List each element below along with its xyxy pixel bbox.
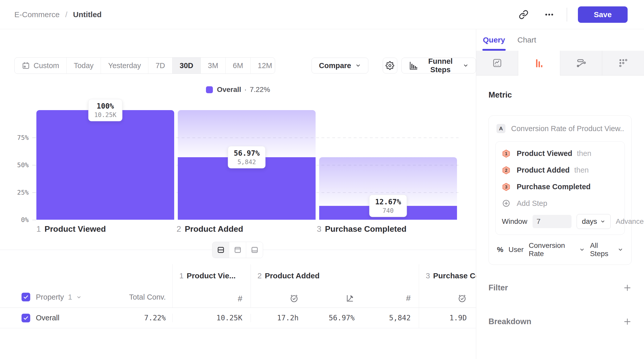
circle-plus-icon [502,199,511,208]
date-range-yesterday[interactable]: Yesterday [101,58,148,73]
row-name: Overall [36,314,59,322]
report-type-funnels-tab[interactable] [518,51,560,76]
column-step-3-title[interactable]: 3 Purchase Completed [419,271,476,280]
conversion-window-row: Window days Advanced [502,214,618,229]
report-type-tabs [476,51,644,76]
row-checkbox[interactable] [22,314,30,322]
date-range-6m[interactable]: 6M [226,58,251,73]
legend-series-value: 7.22% [250,86,270,94]
report-type-flows-tab[interactable] [560,51,602,76]
tab-chart[interactable]: Chart [517,29,536,51]
row-step-3-cell: 1.9D [419,308,476,328]
counting-entity[interactable]: User [508,246,524,254]
chevron-down-icon [76,295,81,300]
window-label: Window [502,217,527,226]
funnel-value-badge-2: 56.97%5,842 [228,146,265,168]
copy-link-button[interactable] [517,8,530,21]
y-axis-tick [32,192,36,193]
chart-settings-button[interactable] [383,58,397,73]
top-panel-view-icon [234,246,242,254]
svg-text:2: 2 [505,168,507,173]
count-metric-icon[interactable]: # [173,294,251,303]
compare-button[interactable]: Compare [311,58,368,73]
table-row-overall[interactable]: Overall 7.22% 10.25K 17.2h 56.97% 5,842 [0,308,476,328]
column-step-2-title[interactable]: 2 Product Added [251,271,419,280]
step-event-name: Product Added [517,166,570,174]
advanced-toggle[interactable]: Advanced [616,217,644,226]
step-1-count: 10.25K [216,314,251,322]
report-type-retention-tab[interactable] [602,51,644,76]
query-step-1[interactable]: 1 Product Viewed then [502,145,618,162]
table-header: Property 1 Total Conv. 1 Product Vie... [0,264,476,308]
layout-toggle-group [212,242,263,258]
step-name: Product Added [265,271,320,280]
add-step-button[interactable]: Add Step [502,195,618,212]
avg-time-to-convert-icon[interactable] [251,294,307,303]
layout-table-only-button[interactable] [246,242,263,258]
total-conversion-header[interactable]: Total Conv. [129,293,166,301]
layout-split-view-button[interactable] [212,242,229,258]
window-unit-select[interactable]: days [577,214,611,229]
count-metric-icon[interactable]: # [363,294,419,303]
layout-chart-only-button[interactable] [229,242,246,258]
table-header-property: Property 1 Total Conv. [0,264,172,308]
conversion-rate-icon[interactable] [307,294,363,303]
metric-card: A Conversion Rate of Product View... 1 P… [489,115,632,265]
step-index: 3 [426,271,430,280]
breadcrumb-report-title[interactable]: Untitled [73,10,102,19]
row-property-cell: Overall 7.22% [0,314,172,322]
query-panel-body: Metric A Conversion Rate of Product View… [476,90,644,326]
legend-label: Overall · 7.22% [217,86,270,94]
property-selector[interactable]: Property 1 [36,293,81,301]
report-type-insights-tab[interactable] [476,51,518,76]
svg-text:1: 1 [505,151,507,156]
measurement-select[interactable]: Conversion Rate [529,241,585,258]
step-1-hexagon-badge: 1 [502,149,511,158]
date-range-3m[interactable]: 3M [201,58,226,73]
top-bar: E-Commerce / Untitled Save [0,0,644,29]
percent-symbol: % [497,246,503,254]
query-step-3[interactable]: 3 Purchase Completed [502,178,618,195]
save-button[interactable]: Save [578,6,628,23]
step-number: 1 [36,224,41,234]
column-step-1-title[interactable]: 1 Product Vie... [173,271,251,280]
tab-query[interactable]: Query [483,29,505,51]
date-range-today[interactable]: Today [67,58,101,73]
select-all-checkbox[interactable] [22,293,30,301]
y-axis-tick-label: 50% [2,161,29,169]
window-value-input[interactable] [533,215,572,228]
step-2-avg-time: 17.2h [251,314,307,322]
step-2-hexagon-badge: 2 [502,166,511,175]
property-label: Property [36,293,64,301]
date-range-custom[interactable]: Custom [15,58,67,73]
top-bar-actions: Save [517,6,628,23]
bottom-panel-view-icon [251,246,259,254]
date-range-7d[interactable]: 7D [148,58,172,73]
metric-title-row[interactable]: A Conversion Rate of Product View... [495,122,625,135]
step-index: 1 [179,271,184,280]
funnel-value-badge-3: 12.67%740 [369,195,407,217]
chart-legend: Overall · 7.22% [0,86,476,94]
query-step-2[interactable]: 2 Product Added then [502,162,618,178]
more-options-button[interactable] [543,8,556,21]
conversion-count: 10.25K [94,111,117,119]
avg-time-to-convert-icon[interactable] [419,294,476,303]
funnel-steps-card: 1 Product Viewed then 2 Product Added th… [495,141,625,235]
legend-swatch-overall [206,86,213,93]
steps-scope-select[interactable]: All Steps [590,241,623,258]
chart-type-button[interactable]: Funnel Steps [401,58,476,73]
breadcrumb-separator: / [65,10,67,19]
funnel-bar-1[interactable] [36,110,174,220]
funnel-step-labels: 1Product Viewed2Product Added3Purchase C… [36,224,457,234]
step-3-avg-time: 1.9D [450,314,476,322]
add-breakdown-button[interactable] [623,317,632,326]
add-filter-button[interactable] [623,283,632,292]
compare-label: Compare [319,61,351,70]
series-letter-badge: A [496,124,505,133]
filter-heading: Filter [489,283,508,292]
step-name: Purchase Completed [433,271,476,280]
date-range-12m[interactable]: 12M [251,58,275,73]
date-range-30d[interactable]: 30D [172,58,201,73]
breadcrumb-project[interactable]: E-Commerce [14,10,60,19]
date-range-custom-label: Custom [34,61,59,70]
